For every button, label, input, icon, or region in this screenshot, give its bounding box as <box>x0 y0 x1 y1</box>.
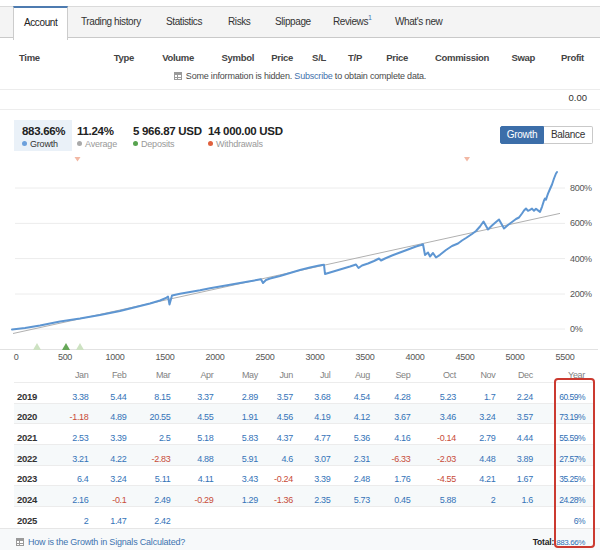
svg-text:3000: 3000 <box>306 352 325 362</box>
svg-text:200%: 200% <box>570 289 592 299</box>
svg-text:4500: 4500 <box>456 352 475 362</box>
svg-text:1000: 1000 <box>106 352 125 362</box>
svg-text:400%: 400% <box>570 254 592 264</box>
svg-text:2000: 2000 <box>206 352 225 362</box>
svg-text:2500: 2500 <box>256 352 275 362</box>
svg-text:0: 0 <box>14 352 19 362</box>
svg-text:5000: 5000 <box>506 352 525 362</box>
svg-text:4000: 4000 <box>406 352 425 362</box>
svg-text:5500: 5500 <box>556 352 575 362</box>
svg-text:800%: 800% <box>570 183 592 193</box>
svg-text:0%: 0% <box>570 324 583 334</box>
svg-text:3500: 3500 <box>356 352 375 362</box>
svg-text:500: 500 <box>58 352 72 362</box>
svg-text:600%: 600% <box>570 218 592 228</box>
svg-text:1500: 1500 <box>156 352 175 362</box>
